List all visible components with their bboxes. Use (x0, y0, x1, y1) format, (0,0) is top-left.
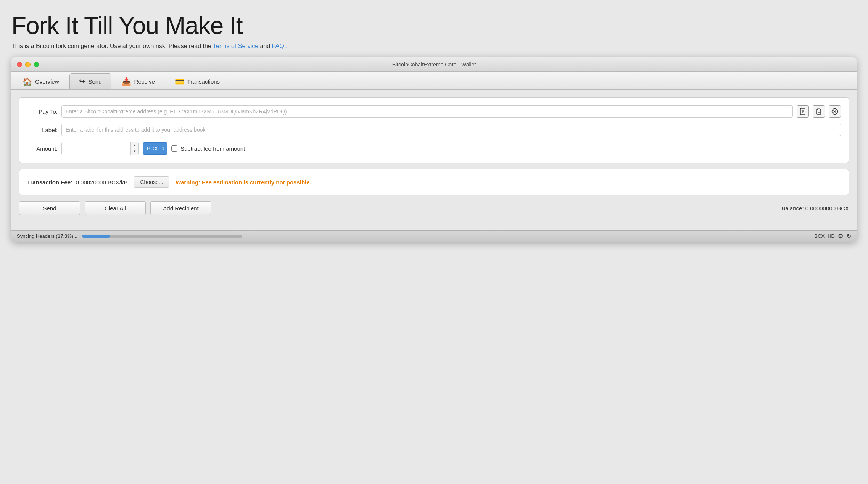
fee-label: Transaction Fee: (27, 179, 72, 186)
minimize-button[interactable] (25, 62, 31, 67)
amount-label: Amount: (27, 145, 58, 152)
action-row: Send Clear All Add Recipient Balance: 0.… (19, 201, 849, 215)
paste-icon-btn[interactable] (813, 105, 825, 118)
fee-section: Transaction Fee: 0.00020000 BCX/kB Choos… (19, 169, 849, 195)
choose-fee-button[interactable]: Choose... (134, 176, 169, 188)
tab-transactions[interactable]: 💳 Transactions (165, 73, 229, 89)
tab-send-label: Send (89, 78, 102, 85)
amount-down-button[interactable]: ▼ (131, 148, 138, 155)
traffic-lights (17, 62, 39, 67)
amount-spinner: ▲ ▼ (130, 142, 138, 155)
home-icon: 🏠 (23, 77, 32, 86)
amount-input-wrap: ▲ ▼ (61, 142, 139, 155)
subtract-fee-label: Subtract fee from amount (171, 145, 245, 152)
receive-icon: 📥 (122, 77, 131, 86)
sync-icon[interactable]: ↻ (846, 232, 851, 240)
subtract-fee-text: Subtract fee from amount (180, 145, 245, 152)
send-button[interactable]: Send (19, 201, 80, 215)
wallet-window: BitcoinCobaltExtreme Core - Wallet 🏠 Ove… (11, 57, 857, 242)
amount-row: Amount: ▲ ▼ BCX Subtract fee from amount (27, 142, 841, 155)
fee-warning: Warning: Fee estimation is currently not… (176, 179, 311, 186)
maximize-button[interactable] (34, 62, 39, 67)
tab-send[interactable]: ↪ Send (69, 73, 111, 89)
sync-status-text: Syncing Headers (17.3%)... (17, 233, 77, 239)
titlebar: BitcoinCobaltExtreme Core - Wallet (11, 57, 857, 72)
tab-receive-label: Receive (134, 78, 155, 85)
fee-text: Transaction Fee: 0.00020000 BCX/kB (27, 179, 127, 186)
statusbar-right: BCX HD ⚙ ↻ (814, 232, 851, 240)
statusbar: Syncing Headers (17.3%)... BCX HD ⚙ ↻ (11, 230, 857, 242)
add-recipient-button[interactable]: Add Recipient (150, 201, 211, 215)
send-icon: ↪ (79, 77, 85, 86)
clear-all-button[interactable]: Clear All (85, 201, 146, 215)
hd-label: HD (828, 233, 835, 239)
fee-value: 0.00020000 BCX/kB (76, 179, 128, 186)
progress-bar (82, 235, 242, 238)
send-form: Pay To: (19, 97, 849, 163)
pay-to-row: Pay To: (27, 105, 841, 118)
pay-to-input[interactable] (61, 105, 793, 118)
svg-rect-8 (818, 108, 820, 110)
progress-bar-fill (82, 235, 110, 238)
network-icon[interactable]: ⚙ (838, 232, 843, 240)
page-title: Fork It Till You Make It (11, 11, 857, 40)
subtract-fee-checkbox[interactable] (171, 145, 177, 152)
subtitle-text-mid: and (260, 43, 272, 49)
currency-select[interactable]: BCX (143, 142, 167, 155)
address-book-icon-btn[interactable] (797, 105, 809, 118)
subtitle-text-start: This is a Bitcoin fork coin generator. U… (11, 43, 213, 49)
clear-address-icon-btn[interactable] (829, 105, 841, 118)
label-label: Label: (27, 127, 58, 133)
currency-status-label: BCX (814, 233, 825, 239)
label-row: Label: (27, 124, 841, 136)
balance-info: Balance: 0.00000000 BCX (781, 205, 849, 211)
label-input[interactable] (61, 124, 841, 136)
tab-overview-label: Overview (35, 78, 59, 85)
pay-to-label: Pay To: (27, 108, 58, 115)
faq-link[interactable]: FAQ (272, 43, 284, 49)
amount-up-button[interactable]: ▲ (131, 142, 138, 148)
tab-receive[interactable]: 📥 Receive (112, 73, 164, 89)
main-content: Pay To: (11, 90, 857, 230)
terms-of-service-link[interactable]: Terms of Service (213, 43, 258, 49)
navbar: 🏠 Overview ↪ Send 📥 Receive 💳 Transactio… (11, 72, 857, 90)
subtitle-text-end: . (286, 43, 287, 49)
close-button[interactable] (17, 62, 22, 67)
window-title: BitcoinCobaltExtreme Core - Wallet (392, 61, 476, 68)
page-subtitle: This is a Bitcoin fork coin generator. U… (11, 43, 857, 50)
amount-input[interactable] (62, 142, 130, 155)
transactions-icon: 💳 (175, 77, 184, 86)
tab-transactions-label: Transactions (187, 78, 220, 85)
tab-overview[interactable]: 🏠 Overview (13, 73, 69, 89)
currency-wrap: BCX (143, 142, 167, 155)
